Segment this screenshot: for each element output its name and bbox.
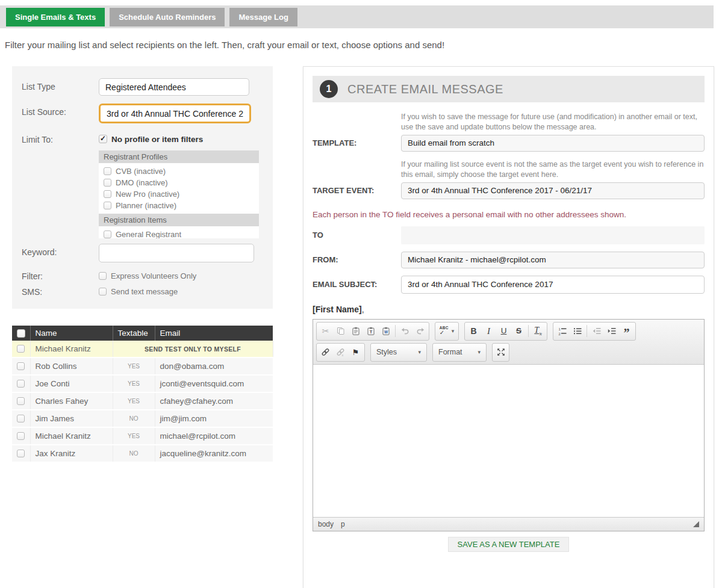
tab-message-log[interactable]: Message Log — [229, 8, 297, 26]
list-source-value: 3rd or 4th Annual THC Conference 2 — [107, 109, 243, 119]
profile-checkbox[interactable] — [104, 202, 111, 209]
recipient-name: Joe Conti — [30, 375, 113, 392]
unlink-button[interactable]: x — [333, 344, 348, 360]
column-header-name: Name — [30, 326, 113, 341]
dropdown-arrow-icon: ▾ — [452, 328, 455, 334]
underline-button[interactable]: U — [496, 323, 511, 339]
format-dropdown[interactable]: Format ▾ — [432, 343, 487, 362]
link-icon — [321, 348, 330, 356]
intro-text: Filter your mailing list and select reci… — [5, 40, 717, 50]
compose-panel: 1 CREATE EMAIL MESSAGE If you wish to sa… — [303, 66, 714, 588]
row-checkbox[interactable] — [17, 450, 25, 457]
editor-content-area[interactable] — [313, 365, 704, 517]
no-filters-checkbox[interactable]: ✓ — [99, 135, 107, 143]
column-header-email: Email — [155, 326, 273, 341]
profile-item-listbox[interactable]: Registrant Profiles CVB (inactive) DMO (… — [99, 150, 259, 238]
editor-resize-handle[interactable] — [693, 521, 699, 527]
list-type-select[interactable]: Registered Attendees — [99, 78, 249, 96]
no-filters-checkbox-label: No profile or item filters — [111, 135, 203, 144]
numbered-list-icon: 12 — [558, 327, 567, 335]
send-test-note: SEND TEST ONLY TO MYSELF — [113, 341, 273, 357]
list-item[interactable]: Planner (inactive) — [99, 201, 259, 210]
maximize-icon — [497, 348, 505, 356]
tab-schedule-auto-reminders[interactable]: Schedule Auto Reminders — [110, 8, 225, 26]
link-button[interactable] — [318, 344, 333, 360]
row-checkbox[interactable] — [17, 415, 25, 422]
to-field[interactable] — [401, 226, 705, 244]
styles-dropdown[interactable]: Styles ▾ — [370, 343, 427, 362]
tab-bar: Single Emails & Texts Schedule Auto Remi… — [0, 5, 714, 28]
template-select[interactable]: Build email from scratch — [401, 135, 705, 152]
paste-icon — [352, 327, 360, 335]
bullet-list-icon — [573, 327, 582, 335]
paste-button[interactable] — [348, 323, 363, 339]
profile-checkbox[interactable] — [104, 167, 111, 175]
maximize-button[interactable] — [493, 344, 508, 360]
bold-icon: B — [470, 327, 476, 335]
list-item[interactable]: General Registrant — [99, 230, 259, 238]
row-checkbox[interactable] — [17, 362, 25, 370]
copy-icon — [337, 327, 345, 335]
list-type-label: List Type — [22, 78, 99, 96]
send-text-label: Send text message — [111, 287, 178, 296]
remove-format-button[interactable]: Tx — [531, 323, 546, 339]
greeting-token: [First Name], — [313, 305, 705, 314]
svg-text:W: W — [384, 330, 388, 334]
copy-button[interactable] — [333, 323, 348, 339]
from-label: FROM: — [313, 255, 401, 264]
blockquote-button[interactable]: ” — [619, 323, 634, 339]
keyword-input[interactable] — [99, 244, 254, 262]
list-item[interactable]: New Pro (inactive) — [99, 190, 259, 199]
paste-word-button[interactable]: W — [378, 323, 393, 339]
target-event-select[interactable]: 3rd or 4th Annual THC Conference 2017 - … — [401, 182, 705, 199]
express-volunteers-label: Express Volunteers Only — [111, 271, 196, 280]
list-item[interactable]: CVB (inactive) — [99, 167, 259, 176]
recipient-name: Charles Fahey — [30, 392, 113, 410]
row-checkbox[interactable] — [17, 345, 25, 353]
element-path-p[interactable]: p — [341, 520, 345, 528]
row-checkbox[interactable] — [17, 432, 25, 440]
dropdown-arrow-icon: ▾ — [418, 349, 421, 355]
list-source-select[interactable]: 3rd or 4th Annual THC Conference 2 — [99, 104, 251, 123]
redo-button[interactable] — [412, 323, 428, 339]
item-checkbox[interactable] — [104, 231, 111, 238]
cut-button[interactable]: ✂ — [318, 323, 333, 339]
from-select[interactable]: Michael Kranitz - michael@rcpilot.com — [401, 252, 705, 268]
column-header-textable: Textable — [113, 326, 155, 341]
numbered-list-button[interactable]: 12 — [555, 323, 570, 339]
recipient-name: Michael Kranitz — [30, 341, 113, 357]
increase-indent-button[interactable] — [604, 323, 619, 339]
email-subject-input[interactable]: 3rd or 4th Annual THC Conference 2017 — [401, 276, 705, 294]
svg-text:x: x — [342, 353, 344, 357]
tab-single-emails-texts[interactable]: Single Emails & Texts — [6, 8, 105, 26]
spellcheck-button[interactable]: ABC ✓ ▾ — [437, 323, 457, 339]
bullet-list-button[interactable] — [570, 323, 585, 339]
paste-text-icon: T — [367, 327, 375, 335]
list-item[interactable]: DMO (inactive) — [99, 178, 259, 187]
recipient-email: jconti@eventsquid.com — [155, 375, 273, 392]
row-checkbox[interactable] — [17, 397, 25, 405]
profile-checkbox[interactable] — [104, 179, 111, 187]
bold-button[interactable]: B — [466, 323, 481, 339]
undo-button[interactable] — [397, 323, 412, 339]
decrease-indent-button[interactable] — [589, 323, 604, 339]
recipient-email: michael@rcpilot.com — [155, 427, 273, 445]
recipient-name: Jim James — [30, 410, 113, 427]
page-title: CREATE EMAIL MESSAGE — [347, 82, 503, 96]
select-all-checkbox[interactable] — [17, 329, 25, 338]
paste-text-button[interactable]: T — [363, 323, 378, 339]
express-volunteers-checkbox[interactable] — [99, 272, 107, 280]
recipient-email: don@obama.com — [155, 357, 273, 375]
element-path-body[interactable]: body — [318, 520, 334, 528]
profile-checkbox[interactable] — [104, 190, 111, 198]
table-row: Jax Kranitz NO jacqueline@kranitz.com — [12, 445, 273, 462]
save-as-new-template-button[interactable]: SAVE AS A NEW TEMPLATE — [448, 537, 570, 552]
target-event-label: TARGET EVENT: — [313, 186, 401, 195]
strikethrough-button[interactable]: S — [511, 323, 526, 339]
send-text-checkbox[interactable] — [99, 288, 107, 296]
row-checkbox[interactable] — [17, 380, 25, 388]
limit-to-label: Limit To: — [22, 131, 99, 144]
remove-format-icon: Tx — [534, 326, 541, 336]
italic-button[interactable]: I — [481, 323, 496, 339]
anchor-button[interactable]: ⚑ — [348, 344, 363, 360]
